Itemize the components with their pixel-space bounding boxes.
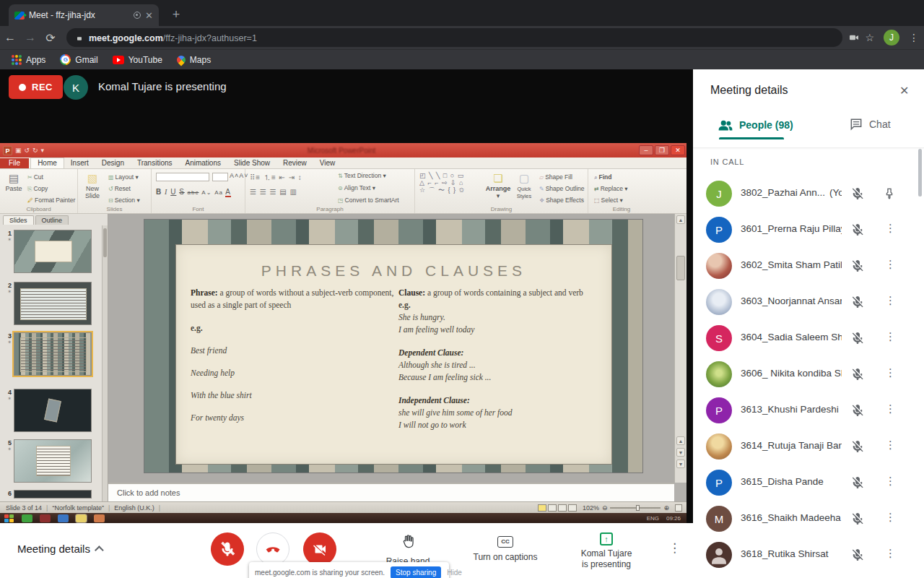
tab-people[interactable]: People (98) bbox=[718, 117, 793, 133]
scrollbar-thumb[interactable] bbox=[676, 256, 685, 280]
save-icon[interactable]: ▣ bbox=[15, 147, 22, 154]
shape-effects-button[interactable]: ❖Shape Effects bbox=[539, 197, 584, 204]
panel-scrollbar[interactable] bbox=[102, 225, 108, 501]
view-buttons[interactable] bbox=[538, 504, 577, 512]
align-text-button[interactable]: ⊜Align Text ▾ bbox=[338, 184, 375, 191]
slide-thumbnail-2[interactable]: 2✶ bbox=[3, 282, 92, 325]
participant-menu-icon[interactable]: ⋮ bbox=[885, 258, 896, 271]
tab-design[interactable]: Design bbox=[95, 158, 131, 168]
list-indent-buttons[interactable]: ⠿≡ ⒈≡ ⇤ ⇥ ↕ bbox=[250, 173, 302, 183]
slide-thumbnail-3-current[interactable]: 3✶ bbox=[3, 332, 92, 376]
bookmark-star-icon[interactable]: ☆ bbox=[865, 32, 874, 43]
zoom-in-icon[interactable]: ⊕ bbox=[663, 504, 669, 512]
reset-button[interactable]: ↺Reset bbox=[108, 185, 131, 192]
new-slide-button[interactable]: ▧New Slide bbox=[79, 172, 105, 199]
slide-scrollbar[interactable]: ▲ ▲ ▼ ▼ bbox=[674, 214, 687, 483]
more-options-button[interactable]: ⋮ bbox=[668, 540, 681, 556]
slide-thumbnail-6[interactable]: 6 bbox=[3, 490, 92, 499]
scroll-down-icon[interactable]: ▼ bbox=[676, 460, 685, 468]
bookmark-gmail[interactable]: Gmail bbox=[54, 52, 103, 68]
bookmark-youtube[interactable]: YouTube bbox=[107, 52, 168, 68]
taskbar-app-1[interactable] bbox=[22, 514, 32, 522]
participant-menu-icon[interactable]: ⋮ bbox=[885, 475, 896, 488]
participant-menu-icon[interactable]: ⋮ bbox=[885, 402, 896, 415]
redo-icon[interactable]: ↻ bbox=[32, 147, 38, 154]
taskbar-app-3[interactable] bbox=[58, 514, 69, 522]
close-button[interactable]: ✕ bbox=[671, 145, 685, 155]
camera-off-button[interactable] bbox=[303, 532, 336, 566]
cut-button[interactable]: ✂Cut bbox=[27, 173, 43, 181]
slide-thumbnail-5[interactable]: 5✶ bbox=[3, 439, 92, 483]
meeting-details-toggle[interactable]: Meeting details bbox=[17, 543, 104, 555]
tab-home[interactable]: Home bbox=[30, 158, 64, 168]
camera-in-use-icon[interactable] bbox=[848, 32, 860, 43]
participant-menu-icon[interactable]: ⋮ bbox=[885, 511, 896, 524]
smartart-button[interactable]: ◳Convert to SmartArt bbox=[338, 197, 399, 204]
panel-tab-outline[interactable]: Outline bbox=[35, 215, 69, 225]
section-button[interactable]: ⊟Section ▾ bbox=[108, 197, 140, 204]
sidebar-close-icon[interactable]: ✕ bbox=[899, 84, 909, 98]
presenting-status-button[interactable]: ↑ Komal Tujareis presenting bbox=[570, 532, 642, 570]
slide-thumbnail-4[interactable]: 4✶ bbox=[3, 389, 92, 432]
participant-menu-icon[interactable]: ⋮ bbox=[885, 547, 896, 560]
browser-tab[interactable]: Meet - ffz-jiha-jdx ✕ bbox=[9, 4, 159, 26]
taskbar-powerpoint-active[interactable] bbox=[76, 514, 87, 522]
browser-menu-icon[interactable]: ⋮ bbox=[909, 32, 919, 43]
prev-slide-icon[interactable]: ▲ bbox=[676, 436, 685, 445]
participant-menu-icon[interactable]: ⋮ bbox=[885, 439, 896, 452]
minimize-button[interactable]: – bbox=[639, 145, 653, 155]
select-button[interactable]: ⬚Select ▾ bbox=[594, 197, 623, 204]
zoom-slider[interactable] bbox=[610, 507, 661, 509]
find-button[interactable]: ⌕Find bbox=[594, 173, 611, 181]
stop-sharing-button[interactable]: Stop sharing bbox=[391, 566, 441, 578]
font-name-box[interactable] bbox=[156, 173, 209, 181]
tab-chat[interactable]: Chat bbox=[849, 117, 891, 131]
taskbar-app-4[interactable] bbox=[94, 514, 105, 522]
undo-icon[interactable]: ↺ bbox=[25, 147, 30, 154]
tab-file[interactable]: File bbox=[0, 158, 29, 168]
reload-icon[interactable]: ⟳ bbox=[40, 31, 61, 45]
new-tab-button[interactable]: + bbox=[167, 6, 185, 23]
replace-button[interactable]: ⇄Replace ▾ bbox=[594, 185, 628, 192]
font-style-buttons[interactable]: B I U S abc A⌄ Aa A bbox=[156, 188, 231, 196]
font-size-box[interactable] bbox=[212, 173, 228, 181]
shape-fill-button[interactable]: ▱Shape Fill bbox=[539, 173, 572, 181]
quick-styles-button[interactable]: ▢Quick Styles bbox=[512, 172, 536, 199]
next-slide-icon[interactable]: ▼ bbox=[676, 448, 685, 457]
browser-profile-avatar[interactable]: J bbox=[884, 30, 899, 46]
bookmark-apps[interactable]: Apps bbox=[6, 52, 51, 68]
copy-button[interactable]: ⎘Copy bbox=[27, 185, 48, 193]
participant-menu-icon[interactable]: ⋮ bbox=[885, 222, 896, 235]
tab-review[interactable]: Review bbox=[276, 158, 313, 168]
hide-toast-button[interactable]: Hide bbox=[447, 569, 462, 577]
captions-button[interactable]: CC Turn on captions bbox=[462, 533, 549, 562]
zoom-out-icon[interactable]: ⊖ bbox=[602, 504, 608, 512]
shape-outline-button[interactable]: ✎Shape Outline bbox=[539, 185, 585, 192]
tab-close-icon[interactable]: ✕ bbox=[145, 11, 153, 20]
zoom-control[interactable]: 102% ⊖ ⊕ bbox=[583, 504, 669, 512]
tab-view[interactable]: View bbox=[313, 158, 342, 168]
taskbar-app-2[interactable] bbox=[40, 514, 51, 522]
fit-to-window-icon[interactable] bbox=[675, 504, 682, 512]
panel-tab-slides[interactable]: Slides bbox=[3, 215, 34, 225]
restore-button[interactable]: ❐ bbox=[655, 145, 669, 155]
forward-icon[interactable]: → bbox=[20, 31, 40, 44]
align-buttons[interactable]: ☰ ☰ ☰ ▤ ▥ bbox=[250, 188, 297, 196]
tab-animations[interactable]: Animations bbox=[179, 158, 227, 168]
pin-icon[interactable] bbox=[882, 186, 897, 201]
tab-insert[interactable]: Insert bbox=[64, 158, 95, 168]
participant-menu-icon[interactable]: ⋮ bbox=[885, 366, 896, 379]
text-direction-button[interactable]: ⇅Text Direction ▾ bbox=[338, 172, 386, 179]
mic-mute-button[interactable] bbox=[211, 532, 244, 566]
participant-menu-icon[interactable]: ⋮ bbox=[885, 294, 896, 307]
participant-menu-icon[interactable]: ⋮ bbox=[885, 330, 896, 343]
slide-thumbnail-1[interactable]: 1✶ bbox=[3, 230, 92, 273]
scroll-up-icon[interactable]: ▲ bbox=[676, 215, 685, 224]
tab-slideshow[interactable]: Slide Show bbox=[227, 158, 276, 168]
format-painter-button[interactable]: 🖉Format Painter bbox=[27, 197, 75, 204]
end-call-button[interactable] bbox=[256, 532, 289, 566]
arrange-button[interactable]: ❏Arrange▾ bbox=[484, 172, 512, 199]
notes-pane[interactable]: Click to add notes bbox=[108, 483, 674, 501]
back-icon[interactable]: ← bbox=[0, 31, 20, 44]
bookmark-maps[interactable]: Maps bbox=[171, 52, 217, 68]
